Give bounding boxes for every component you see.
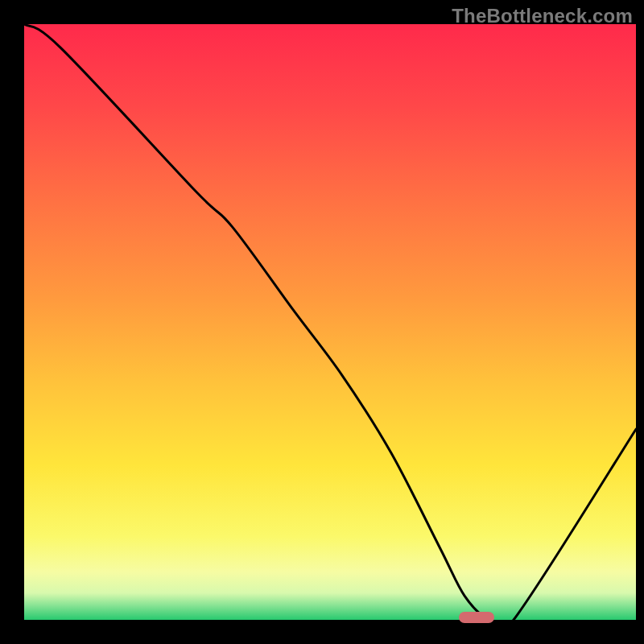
bottleneck-chart xyxy=(0,0,644,644)
optimal-marker xyxy=(459,612,494,623)
watermark-text: TheBottleneck.com xyxy=(452,5,633,27)
chart-gradient-area xyxy=(24,24,636,620)
chart-frame: TheBottleneck.com xyxy=(0,0,644,644)
